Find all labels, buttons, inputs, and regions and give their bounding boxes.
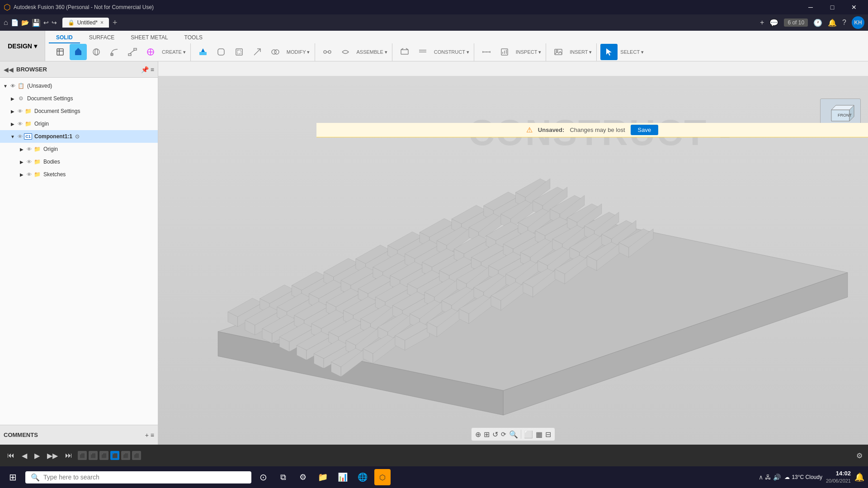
browser-pin-button[interactable]: 📌 xyxy=(141,66,149,73)
select-button[interactable] xyxy=(600,44,618,60)
close-button[interactable]: ✕ xyxy=(844,0,864,14)
tab-tools[interactable]: TOOLS xyxy=(177,33,210,43)
eye-icon-7[interactable]: 👁 xyxy=(25,171,33,178)
undo-button[interactable]: ↩ xyxy=(43,19,49,26)
timeline-marker-6[interactable]: ⬛ xyxy=(132,451,141,460)
maximize-button[interactable]: □ xyxy=(822,0,843,14)
user-avatar[interactable]: KH xyxy=(852,16,864,29)
joint-button[interactable] xyxy=(319,44,336,60)
browser-more-button[interactable]: ≡ xyxy=(151,66,154,73)
timeline-settings-button[interactable]: ⚙ xyxy=(856,451,863,460)
eye-icon-5[interactable]: 👁 xyxy=(25,145,33,153)
tree-item-component1[interactable]: ▼ 👁 C1 Component1:1 ⊙ xyxy=(0,130,158,143)
motion-link-button[interactable] xyxy=(337,44,354,60)
look-at-button[interactable]: ⟳ xyxy=(501,431,506,438)
minimize-button[interactable]: ─ xyxy=(800,0,821,14)
network-icon[interactable]: 🖧 xyxy=(765,474,771,481)
clock-icon[interactable]: 🕐 xyxy=(813,19,822,27)
start-button[interactable]: ⊞ xyxy=(4,468,22,486)
tree-item-origin[interactable]: ▶ 👁 📁 Origin xyxy=(0,117,158,130)
taskbar-app1-icon[interactable]: 📊 xyxy=(335,469,351,485)
eye-icon[interactable]: 👁 xyxy=(9,82,16,89)
weather-widget[interactable]: ☁ 13°C Cloudy xyxy=(784,474,822,480)
eye-icon-3[interactable]: 👁 xyxy=(16,120,24,127)
measure-button[interactable] xyxy=(478,44,495,60)
tree-item-document-settings[interactable]: ▶ ⚙ Document Settings xyxy=(0,92,158,105)
save-button-header[interactable]: 💾 xyxy=(32,19,41,27)
scale-button[interactable] xyxy=(249,44,266,60)
timeline-forward-button[interactable]: ▶▶ xyxy=(45,450,60,462)
orbit-button[interactable]: ↺ xyxy=(492,430,498,439)
taskbar-cortana-icon[interactable]: ⊙ xyxy=(255,469,271,485)
timeline-end-button[interactable]: ⏭ xyxy=(63,450,74,461)
loft-button[interactable] xyxy=(124,44,141,60)
offset-plane-button[interactable] xyxy=(396,44,413,60)
taskbar-settings-icon[interactable]: ⚙ xyxy=(295,469,311,485)
snap-button[interactable]: ⊞ xyxy=(484,430,490,439)
press-pull-button[interactable] xyxy=(194,44,212,60)
timeline-marker-4[interactable]: ⬛ xyxy=(110,451,119,460)
up-arrow-icon[interactable]: ∧ xyxy=(759,474,763,481)
taskbar-fusion-icon[interactable]: ⬡ xyxy=(374,469,391,485)
timeline-start-button[interactable]: ⏮ xyxy=(5,450,16,461)
extrude-button[interactable] xyxy=(70,44,87,60)
volume-icon[interactable]: 🔊 xyxy=(773,474,781,481)
comments-more-button[interactable]: ≡ xyxy=(151,432,154,439)
construct-label[interactable]: CONSTRUCT ▾ xyxy=(432,49,471,55)
fillet2-button[interactable] xyxy=(212,44,230,60)
add-tab-button[interactable]: + xyxy=(113,18,118,28)
combine-button[interactable] xyxy=(267,44,284,60)
taskbar-task-view-icon[interactable]: ⧉ xyxy=(275,469,291,485)
select-label[interactable]: SELECT ▾ xyxy=(618,49,646,55)
redo-button[interactable]: ↪ xyxy=(52,19,57,26)
new-doc-button[interactable]: 📄 xyxy=(11,19,19,26)
browser-collapse-button[interactable]: ◀◀ xyxy=(4,66,14,73)
tab-sheet-metal[interactable]: SHEET METAL xyxy=(123,33,175,43)
fillet-button[interactable] xyxy=(142,44,159,60)
home-button[interactable]: ⌂ xyxy=(4,19,8,27)
offset-plane2-button[interactable] xyxy=(414,44,431,60)
insert-label[interactable]: INSERT ▾ xyxy=(568,49,594,55)
zoom-button[interactable]: 🔍 xyxy=(509,430,518,439)
timeline-marker-3[interactable]: ⬛ xyxy=(99,451,108,460)
design-dropdown-button[interactable]: DESIGN ▾ xyxy=(0,31,45,61)
chat-icon[interactable]: 💬 xyxy=(769,19,778,27)
taskbar-explorer-icon[interactable]: 📁 xyxy=(315,469,331,485)
pivot-button[interactable]: ⊕ xyxy=(475,430,481,439)
tree-item-named-views[interactable]: ▶ 👁 📁 Document Settings xyxy=(0,105,158,117)
open-doc-button[interactable]: 📂 xyxy=(21,19,29,26)
eye-icon-2[interactable]: 👁 xyxy=(16,108,24,115)
taskbar-chrome-icon[interactable]: 🌐 xyxy=(354,469,371,485)
inspect-label[interactable]: INSPECT ▾ xyxy=(514,49,543,55)
timeline-marker-1[interactable]: ⬛ xyxy=(78,451,87,460)
sweep-button[interactable] xyxy=(106,44,123,60)
tree-item-bodies[interactable]: ▶ 👁 📁 Bodies xyxy=(0,155,158,168)
notification-button[interactable]: 🔔 xyxy=(854,472,864,482)
create-label[interactable]: CREATE ▾ xyxy=(160,49,188,55)
tree-item-unsaved[interactable]: ▼ 👁 📋 (Unsaved) xyxy=(0,80,158,92)
notification-bell-icon[interactable]: 🔔 xyxy=(828,19,837,27)
tree-item-origin-sub[interactable]: ▶ 👁 📁 Origin xyxy=(0,143,158,155)
new-tab-icon[interactable]: + xyxy=(760,19,764,27)
assemble-label[interactable]: ASSEMBLE ▾ xyxy=(355,49,389,55)
modify-label[interactable]: MODIFY ▾ xyxy=(285,49,312,55)
new-component-button[interactable] xyxy=(52,44,69,60)
document-tab[interactable]: 🔒 Untitled* × xyxy=(62,18,109,28)
insert-image-button[interactable] xyxy=(550,44,567,60)
timeline-back-button[interactable]: ◀ xyxy=(20,450,29,462)
timeline-play-button[interactable]: ▶ xyxy=(33,450,42,462)
close-tab-button[interactable]: × xyxy=(100,19,104,26)
analysis-button[interactable] xyxy=(496,44,513,60)
save-button-main[interactable]: Save xyxy=(631,125,659,135)
clock[interactable]: 14:02 20/06/2021 xyxy=(826,469,851,485)
comments-add-button[interactable]: + xyxy=(145,432,149,439)
tree-item-sketches[interactable]: ▶ 👁 📁 Sketches xyxy=(0,168,158,181)
timeline-marker-2[interactable]: ⬛ xyxy=(89,451,98,460)
eye-icon-4[interactable]: 👁 xyxy=(16,133,24,140)
timeline-marker-5[interactable]: ⬛ xyxy=(121,451,130,460)
eye-icon-6[interactable]: 👁 xyxy=(25,158,33,165)
grid-button[interactable]: ⊟ xyxy=(545,430,551,439)
revolve-button[interactable] xyxy=(88,44,105,60)
visual-style-button[interactable]: ▦ xyxy=(536,430,542,439)
help-icon[interactable]: ? xyxy=(842,19,846,27)
